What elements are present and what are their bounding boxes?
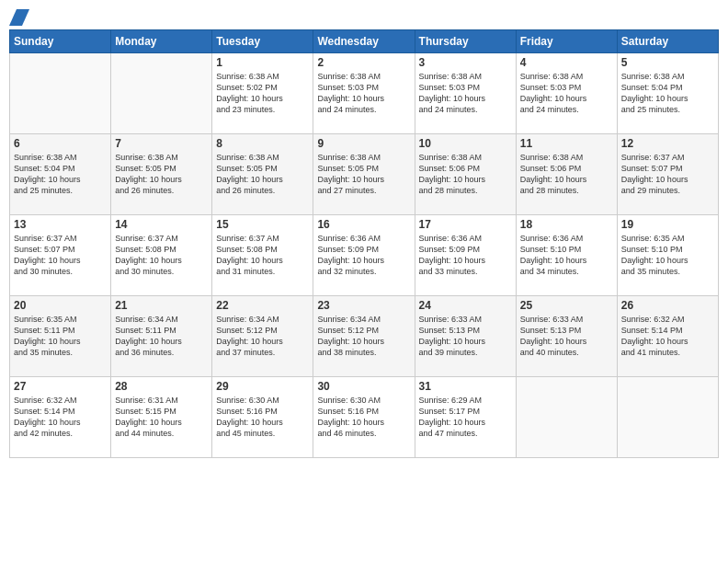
cell-content: Sunrise: 6:38 AMSunset: 5:04 PMDaylight:… [14, 152, 107, 197]
cell-content: Sunrise: 6:38 AMSunset: 5:03 PMDaylight:… [317, 71, 410, 116]
cell-content: Sunrise: 6:33 AMSunset: 5:13 PMDaylight:… [520, 314, 613, 359]
logo-bird-icon [9, 9, 29, 26]
day-number: 11 [520, 137, 613, 150]
calendar-cell: 6Sunrise: 6:38 AMSunset: 5:04 PMDaylight… [10, 134, 111, 215]
calendar-cell: 4Sunrise: 6:38 AMSunset: 5:03 PMDaylight… [516, 53, 617, 134]
day-number: 19 [621, 218, 714, 231]
cell-content: Sunrise: 6:30 AMSunset: 5:16 PMDaylight:… [317, 395, 410, 440]
calendar-cell: 31Sunrise: 6:29 AMSunset: 5:17 PMDayligh… [415, 377, 516, 458]
day-header-thursday: Thursday [415, 30, 516, 53]
day-number: 16 [317, 218, 410, 231]
calendar-cell: 12Sunrise: 6:37 AMSunset: 5:07 PMDayligh… [617, 134, 718, 215]
calendar-cell: 10Sunrise: 6:38 AMSunset: 5:06 PMDayligh… [415, 134, 516, 215]
day-number: 29 [216, 380, 309, 393]
cell-content: Sunrise: 6:38 AMSunset: 5:05 PMDaylight:… [115, 152, 208, 197]
cell-content: Sunrise: 6:29 AMSunset: 5:17 PMDaylight:… [419, 395, 512, 440]
calendar-cell: 13Sunrise: 6:37 AMSunset: 5:07 PMDayligh… [10, 215, 111, 296]
calendar-cell: 25Sunrise: 6:33 AMSunset: 5:13 PMDayligh… [516, 296, 617, 377]
day-number: 9 [317, 137, 410, 150]
calendar-cell: 18Sunrise: 6:36 AMSunset: 5:10 PMDayligh… [516, 215, 617, 296]
calendar-cell [617, 377, 718, 458]
calendar-header-row: SundayMondayTuesdayWednesdayThursdayFrid… [10, 30, 719, 53]
day-header-monday: Monday [111, 30, 212, 53]
calendar-cell: 30Sunrise: 6:30 AMSunset: 5:16 PMDayligh… [313, 377, 415, 458]
day-header-sunday: Sunday [10, 30, 111, 53]
day-number: 25 [520, 299, 613, 312]
cell-content: Sunrise: 6:38 AMSunset: 5:06 PMDaylight:… [520, 152, 613, 197]
cell-content: Sunrise: 6:32 AMSunset: 5:14 PMDaylight:… [14, 395, 107, 440]
cell-content: Sunrise: 6:32 AMSunset: 5:14 PMDaylight:… [621, 314, 714, 359]
calendar-cell: 8Sunrise: 6:38 AMSunset: 5:05 PMDaylight… [212, 134, 313, 215]
calendar-cell [111, 53, 212, 134]
day-header-wednesday: Wednesday [313, 30, 415, 53]
cell-content: Sunrise: 6:37 AMSunset: 5:08 PMDaylight:… [216, 233, 309, 278]
cell-content: Sunrise: 6:35 AMSunset: 5:10 PMDaylight:… [621, 233, 714, 278]
calendar-week-row: 13Sunrise: 6:37 AMSunset: 5:07 PMDayligh… [10, 215, 719, 296]
calendar-cell: 27Sunrise: 6:32 AMSunset: 5:14 PMDayligh… [10, 377, 111, 458]
day-number: 18 [520, 218, 613, 231]
calendar-cell: 14Sunrise: 6:37 AMSunset: 5:08 PMDayligh… [111, 215, 212, 296]
cell-content: Sunrise: 6:38 AMSunset: 5:06 PMDaylight:… [419, 152, 512, 197]
day-number: 23 [317, 299, 410, 312]
cell-content: Sunrise: 6:38 AMSunset: 5:02 PMDaylight:… [216, 71, 309, 116]
cell-content: Sunrise: 6:36 AMSunset: 5:10 PMDaylight:… [520, 233, 613, 278]
cell-content: Sunrise: 6:30 AMSunset: 5:16 PMDaylight:… [216, 395, 309, 440]
cell-content: Sunrise: 6:38 AMSunset: 5:05 PMDaylight:… [317, 152, 410, 197]
calendar-cell: 1Sunrise: 6:38 AMSunset: 5:02 PMDaylight… [212, 53, 313, 134]
calendar-cell: 21Sunrise: 6:34 AMSunset: 5:11 PMDayligh… [111, 296, 212, 377]
day-number: 14 [115, 218, 208, 231]
cell-content: Sunrise: 6:37 AMSunset: 5:07 PMDaylight:… [14, 233, 107, 278]
calendar-cell: 24Sunrise: 6:33 AMSunset: 5:13 PMDayligh… [415, 296, 516, 377]
logo [9, 9, 29, 22]
cell-content: Sunrise: 6:37 AMSunset: 5:08 PMDaylight:… [115, 233, 208, 278]
calendar-cell [10, 53, 111, 134]
calendar-cell: 29Sunrise: 6:30 AMSunset: 5:16 PMDayligh… [212, 377, 313, 458]
calendar-week-row: 1Sunrise: 6:38 AMSunset: 5:02 PMDaylight… [10, 53, 719, 134]
calendar-week-row: 20Sunrise: 6:35 AMSunset: 5:11 PMDayligh… [10, 296, 719, 377]
calendar-week-row: 6Sunrise: 6:38 AMSunset: 5:04 PMDaylight… [10, 134, 719, 215]
cell-content: Sunrise: 6:38 AMSunset: 5:04 PMDaylight:… [621, 71, 714, 116]
calendar-cell: 11Sunrise: 6:38 AMSunset: 5:06 PMDayligh… [516, 134, 617, 215]
day-number: 8 [216, 137, 309, 150]
day-header-tuesday: Tuesday [212, 30, 313, 53]
calendar-cell: 15Sunrise: 6:37 AMSunset: 5:08 PMDayligh… [212, 215, 313, 296]
day-number: 5 [621, 56, 714, 69]
day-number: 7 [115, 137, 208, 150]
calendar-cell: 17Sunrise: 6:36 AMSunset: 5:09 PMDayligh… [415, 215, 516, 296]
cell-content: Sunrise: 6:31 AMSunset: 5:15 PMDaylight:… [115, 395, 208, 440]
day-number: 28 [115, 380, 208, 393]
cell-content: Sunrise: 6:34 AMSunset: 5:12 PMDaylight:… [216, 314, 309, 359]
day-header-saturday: Saturday [617, 30, 718, 53]
day-number: 12 [621, 137, 714, 150]
calendar-cell: 23Sunrise: 6:34 AMSunset: 5:12 PMDayligh… [313, 296, 415, 377]
day-number: 10 [419, 137, 512, 150]
calendar-week-row: 27Sunrise: 6:32 AMSunset: 5:14 PMDayligh… [10, 377, 719, 458]
cell-content: Sunrise: 6:36 AMSunset: 5:09 PMDaylight:… [317, 233, 410, 278]
cell-content: Sunrise: 6:35 AMSunset: 5:11 PMDaylight:… [14, 314, 107, 359]
svg-marker-0 [9, 9, 29, 26]
cell-content: Sunrise: 6:38 AMSunset: 5:03 PMDaylight:… [419, 71, 512, 116]
calendar-cell: 3Sunrise: 6:38 AMSunset: 5:03 PMDaylight… [415, 53, 516, 134]
calendar-table: SundayMondayTuesdayWednesdayThursdayFrid… [9, 29, 719, 458]
cell-content: Sunrise: 6:37 AMSunset: 5:07 PMDaylight:… [621, 152, 714, 197]
cell-content: Sunrise: 6:38 AMSunset: 5:03 PMDaylight:… [520, 71, 613, 116]
cell-content: Sunrise: 6:33 AMSunset: 5:13 PMDaylight:… [419, 314, 512, 359]
day-number: 22 [216, 299, 309, 312]
day-number: 21 [115, 299, 208, 312]
day-number: 24 [419, 299, 512, 312]
calendar-cell: 22Sunrise: 6:34 AMSunset: 5:12 PMDayligh… [212, 296, 313, 377]
calendar-cell: 16Sunrise: 6:36 AMSunset: 5:09 PMDayligh… [313, 215, 415, 296]
day-number: 15 [216, 218, 309, 231]
day-number: 6 [14, 137, 107, 150]
calendar-cell: 2Sunrise: 6:38 AMSunset: 5:03 PMDaylight… [313, 53, 415, 134]
calendar-cell: 26Sunrise: 6:32 AMSunset: 5:14 PMDayligh… [617, 296, 718, 377]
cell-content: Sunrise: 6:34 AMSunset: 5:12 PMDaylight:… [317, 314, 410, 359]
day-header-friday: Friday [516, 30, 617, 53]
page-header [9, 9, 719, 22]
day-number: 1 [216, 56, 309, 69]
calendar-cell: 9Sunrise: 6:38 AMSunset: 5:05 PMDaylight… [313, 134, 415, 215]
day-number: 27 [14, 380, 107, 393]
day-number: 20 [14, 299, 107, 312]
calendar-cell: 7Sunrise: 6:38 AMSunset: 5:05 PMDaylight… [111, 134, 212, 215]
day-number: 30 [317, 380, 410, 393]
